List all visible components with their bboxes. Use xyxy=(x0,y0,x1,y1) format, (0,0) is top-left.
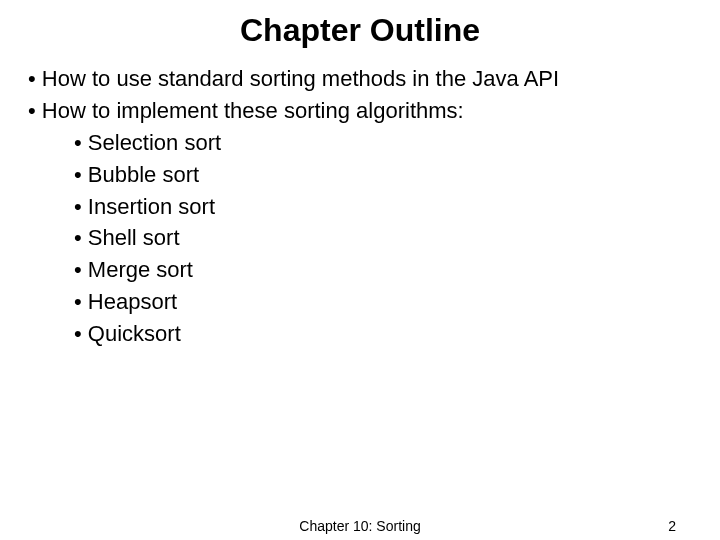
list-item-text: How to implement these sorting algorithm… xyxy=(42,98,464,123)
list-item: Heapsort xyxy=(70,286,696,318)
list-item: How to use standard sorting methods in t… xyxy=(24,63,696,95)
list-item: Quicksort xyxy=(70,318,696,350)
list-item-text: Heapsort xyxy=(88,289,177,314)
list-item: Selection sort xyxy=(70,127,696,159)
slide-body: How to use standard sorting methods in t… xyxy=(24,63,696,350)
list-item-text: Bubble sort xyxy=(88,162,199,187)
footer-chapter-label: Chapter 10: Sorting xyxy=(299,518,420,534)
list-item: Insertion sort xyxy=(70,191,696,223)
bullet-list: How to use standard sorting methods in t… xyxy=(24,63,696,350)
list-item-text: Merge sort xyxy=(88,257,193,282)
list-item-text: Shell sort xyxy=(88,225,180,250)
list-item: Shell sort xyxy=(70,222,696,254)
sub-bullet-list: Selection sort Bubble sort Insertion sor… xyxy=(70,127,696,350)
slide: Chapter Outline How to use standard sort… xyxy=(0,0,720,540)
footer-page-number: 2 xyxy=(668,518,676,534)
list-item-text: Insertion sort xyxy=(88,194,215,219)
list-item: Merge sort xyxy=(70,254,696,286)
list-item-text: Selection sort xyxy=(88,130,221,155)
list-item-text: How to use standard sorting methods in t… xyxy=(42,66,559,91)
slide-title: Chapter Outline xyxy=(24,12,696,49)
list-item: Bubble sort xyxy=(70,159,696,191)
list-item: How to implement these sorting algorithm… xyxy=(24,95,696,350)
list-item-text: Quicksort xyxy=(88,321,181,346)
